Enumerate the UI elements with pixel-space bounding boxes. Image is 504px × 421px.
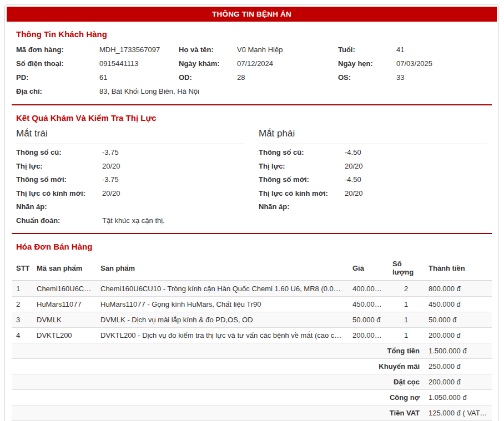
right-new-spec-label: Thông số mới:: [259, 176, 345, 184]
left-new-vision-row: Thị lực có kính mới: 20/20: [16, 187, 245, 201]
phone-label: Số điện thoại:: [16, 57, 99, 71]
full-name-value: Vũ Mạnh Hiệp: [237, 43, 338, 57]
table-row: 3 DVMLK DVMLK - Dịch vụ mài lắp kính & đ…: [12, 312, 492, 328]
right-eye-panel: Mắt phải Thông số cũ: -4.50 Thị lực: 20/…: [259, 127, 487, 227]
invoice-heading: Hóa Đơn Bán Hàng: [16, 242, 498, 251]
row-price: 450.000 đ: [348, 297, 388, 312]
col-code: Mã sản phẩm: [32, 256, 96, 281]
summary-row-deposit: Đặt cọc 200.000 đ: [12, 374, 492, 390]
col-qty: Số lượng: [388, 256, 424, 281]
row-stt: 3: [12, 312, 32, 328]
row-qty: 2: [388, 281, 424, 297]
address-label: Địa chỉ:: [16, 85, 99, 99]
row-stt: 1: [12, 281, 32, 297]
total-value: 1.500.000 đ: [424, 343, 492, 359]
row-stt: 4: [12, 328, 32, 343]
left-new-vision-label: Thị lực có kính mới:: [16, 190, 102, 197]
row-qty: 1: [388, 312, 424, 328]
section-divider: [12, 233, 492, 234]
customer-info-section: Thông Tin Khách Hàng Mã đơn hàng: MDH_17…: [5, 29, 498, 99]
table-row: 2 HuMars11077 HuMars11077 - Gọng kính Hu…: [12, 297, 492, 312]
left-eye-title: Mắt trái: [16, 127, 245, 144]
right-vision-value: 20/20: [345, 163, 363, 170]
section-divider: [12, 104, 492, 105]
row-price: 200.000 đ: [348, 328, 388, 343]
right-new-spec-row: Thông số mới: -4.50: [259, 173, 487, 187]
summary-row-total: Tổng tiền 1.500.000 đ: [12, 343, 492, 359]
row-code: DVMLK: [32, 312, 96, 328]
table-row: 4 DVKTL200 DVKTL200 - Dịch vụ đo kiểm tr…: [12, 328, 492, 343]
right-new-vision-label: Thị lực có kính mới:: [259, 190, 345, 197]
discount-label: Khuyến mãi: [12, 359, 424, 374]
invoice-header-row: STT Mã sản phẩm Sản phẩm Giá Số lượng Th…: [12, 256, 492, 281]
vat-label: Tiền VAT: [12, 405, 424, 421]
left-vision-label: Thị lực:: [16, 163, 102, 170]
right-old-spec-value: -4.50: [345, 149, 361, 156]
left-new-spec-row: Thông số mới: -3.75: [16, 173, 245, 187]
right-old-spec-label: Thông số cũ:: [259, 149, 345, 156]
col-price: Giá: [348, 256, 388, 281]
full-name-label: Họ và tên:: [179, 43, 237, 57]
customer-info-heading: Thông Tin Khách Hàng: [16, 29, 492, 39]
left-eye-panel: Mắt trái Thông số cũ: -3.75 Thị lực: 20/…: [16, 127, 245, 227]
pd-label: PD:: [16, 71, 99, 85]
right-new-vision-row: Thị lực có kính mới: 20/20: [259, 187, 487, 201]
row-price: 50.000 đ: [348, 312, 388, 328]
exam-results-heading: Kết Quả Khám Và Kiểm Tra Thị Lực: [16, 113, 492, 123]
medical-record-card: THÔNG TIN BỆNH ÁN Thông Tin Khách Hàng M…: [4, 4, 499, 421]
row-code: DVKTL200: [32, 328, 96, 343]
order-code-value: MDH_1733567097: [99, 43, 179, 57]
diagnosis-value: Tật khúc xạ cận thị.: [102, 217, 165, 225]
row-total: 800.000 đ: [424, 281, 492, 297]
summary-row-vat: Tiền VAT 125.000 đ ( VAT 10 %): [12, 405, 492, 421]
exam-date-value: 07/12/2024: [237, 57, 338, 71]
left-old-spec-value: -3.75: [102, 149, 119, 156]
debt-value: 1.050.000 đ: [424, 390, 492, 405]
right-pressure-row: Nhãn áp:: [259, 200, 487, 214]
address-value: 83, Bát Khối Long Biên, Hà Nội: [99, 85, 487, 99]
row-product: HuMars11077 - Gọng kính HuMars, Chất liệ…: [96, 297, 348, 312]
vat-value: 125.000 đ ( VAT 10 %): [424, 405, 492, 421]
diagnosis-row: Chuẩn đoán: Tật khúc xạ cận thị.: [16, 214, 245, 228]
row-product: Chemi160U6CU10 - Tròng kính cận Hàn Quốc…: [96, 281, 348, 297]
exam-results-section: Kết Quả Khám Và Kiểm Tra Thị Lực Mắt trá…: [5, 113, 498, 227]
row-product: DVMLK - Dịch vụ mài lắp kính & đo PD,OS,…: [96, 312, 348, 328]
pd-value: 61: [99, 71, 179, 85]
row-total: 50.000 đ: [424, 312, 492, 328]
order-code-label: Mã đơn hàng:: [16, 43, 99, 57]
age-value: 41: [396, 43, 487, 57]
row-price: 400.000 đ: [348, 281, 388, 297]
appt-date-label: Ngày hẹn:: [338, 57, 396, 71]
row-stt: 2: [12, 297, 32, 312]
left-old-spec-row: Thông số cũ: -3.75: [16, 146, 245, 160]
col-stt: STT: [12, 256, 32, 281]
left-vision-row: Thị lực: 20/20: [16, 160, 245, 174]
row-code: Chemi160U6CU10: [32, 281, 96, 297]
appt-date-value: 07/03/2025: [396, 57, 487, 71]
left-old-spec-label: Thông số cũ:: [16, 149, 102, 156]
left-new-spec-label: Thông số mới:: [16, 176, 102, 184]
invoice-table: STT Mã sản phẩm Sản phẩm Giá Số lượng Th…: [12, 256, 492, 421]
deposit-label: Đặt cọc: [12, 374, 424, 390]
summary-row-discount: Khuyến mãi 250.000 đ: [12, 359, 492, 374]
deposit-value: 200.000 đ: [424, 374, 492, 390]
row-total: 450.000 đ: [424, 297, 492, 312]
os-label: OS:: [338, 71, 396, 85]
left-new-vision-value: 20/20: [102, 190, 120, 197]
summary-row-debt: Công nợ 1.050.000 đ: [12, 390, 492, 405]
discount-value: 250.000 đ: [424, 359, 492, 374]
right-eye-title: Mắt phải: [259, 127, 487, 144]
od-value: 28: [237, 71, 338, 85]
invoice-section: Hóa Đơn Bán Hàng STT Mã sản phẩm Sản phẩ…: [5, 242, 498, 421]
diagnosis-label: Chuẩn đoán:: [16, 217, 102, 225]
left-new-spec-value: -3.75: [102, 176, 119, 184]
exam-date-label: Ngày khám:: [179, 57, 237, 71]
os-value: 33: [396, 71, 487, 85]
left-pressure-label: Nhãn áp:: [16, 203, 102, 211]
table-row: 1 Chemi160U6CU10 Chemi160U6CU10 - Tròng …: [12, 281, 492, 297]
total-label: Tổng tiền: [12, 343, 424, 359]
right-vision-label: Thị lực:: [259, 163, 345, 170]
page-title: THÔNG TIN BỆNH ÁN: [7, 7, 497, 22]
col-total: Thành tiền: [424, 256, 492, 281]
left-vision-value: 20/20: [102, 163, 120, 170]
